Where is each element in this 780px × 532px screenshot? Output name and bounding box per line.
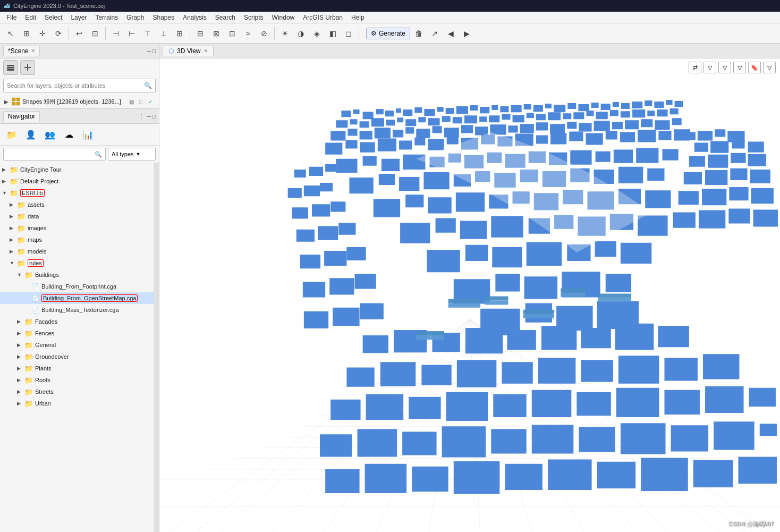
navigator-scrollbar[interactable] — [154, 163, 159, 532]
svg-rect-279 — [446, 392, 488, 421]
menu-file[interactable]: File — [2, 13, 21, 22]
menu-shapes[interactable]: Shapes — [148, 13, 179, 22]
svg-rect-324 — [598, 293, 631, 298]
nav-tree-item[interactable]: ▶📁Groundcover — [0, 351, 154, 362]
nav-maximize-btn[interactable]: □ — [152, 113, 156, 120]
menu-select[interactable]: Select — [40, 13, 66, 22]
nav-tree-item[interactable]: ▶📁Facades — [0, 316, 154, 327]
nav-user-btn[interactable]: 👤 — [22, 126, 39, 143]
nav-tree-item[interactable]: ▶📁maps — [0, 234, 154, 246]
viewport-btn[interactable]: ⊡ — [88, 26, 103, 41]
nav-tree-item[interactable]: 📄Building_From_OpenStreetMap.cga — [0, 292, 154, 304]
nav-tree-item[interactable]: 📄Building_From_Footprint.cga — [0, 281, 154, 292]
align4-btn[interactable]: ⊥ — [156, 26, 171, 41]
texture-btn[interactable]: ◧ — [325, 26, 340, 41]
align2-btn[interactable]: ⊢ — [124, 26, 139, 41]
play-btn[interactable]: ◀ — [443, 26, 458, 41]
menu-graph[interactable]: Graph — [122, 13, 148, 22]
3d-view-close-btn[interactable]: ✕ — [204, 48, 208, 54]
nav-tree-item[interactable]: ▶📁Fences — [0, 327, 154, 339]
scene-layers-btn[interactable] — [3, 60, 18, 75]
nav-tree-item[interactable]: ▶📁Streets — [0, 386, 154, 398]
svg-rect-174 — [618, 167, 643, 183]
nav-minimize-btn[interactable]: ─ — [147, 113, 151, 120]
nav-tree-item[interactable]: ▼📁ESRI.lib — [0, 187, 154, 199]
menu-search[interactable]: Search — [211, 13, 240, 22]
scene-minimize-btn[interactable]: ─ — [147, 48, 151, 54]
3d-canvas[interactable]: CSDN @海码007 — [159, 58, 780, 532]
nav-charts-btn[interactable]: 📊 — [80, 126, 97, 143]
nav-tree-item[interactable]: ▶📁Plants — [0, 362, 154, 374]
scene-layer-item[interactable]: ▶ Shapes 郑州 [123619 objects, 1236...] ▦ … — [3, 96, 156, 107]
nav-tree-item[interactable]: ▶📁Urban — [0, 398, 154, 409]
menu-layer[interactable]: Layer — [66, 13, 91, 22]
layer-check-btn[interactable]: ✓ — [146, 97, 155, 106]
scene-maximize-btn[interactable]: □ — [152, 48, 156, 54]
nav-tree-item[interactable]: ▼📁Buildings — [0, 269, 154, 281]
material-btn[interactable]: ◈ — [309, 26, 324, 41]
nav-folder-btn[interactable]: 📁 — [3, 126, 20, 143]
layer-pattern-btn[interactable]: ▦ — [127, 97, 135, 106]
nav-tree-item[interactable]: ▶📁models — [0, 246, 154, 257]
export-btn[interactable]: ⊘ — [257, 26, 272, 41]
record-btn[interactable]: ▶ — [459, 26, 474, 41]
nav-tree-item[interactable]: 📄Building_Mass_Texturizer.cga — [0, 304, 154, 316]
align5-btn[interactable]: ⊞ — [172, 26, 187, 41]
nav-cloud-btn[interactable]: ☁ — [61, 126, 78, 143]
align3-btn[interactable]: ⊤ — [140, 26, 155, 41]
clean-btn[interactable]: 🗑 — [411, 26, 426, 41]
nav-tree-item[interactable]: ▶📁data — [0, 210, 154, 222]
nav-tree-item[interactable]: ▶📁CityEngine Tour — [0, 164, 154, 175]
view-bookmark-btn[interactable]: 🔖 — [748, 62, 761, 73]
navigator-search-bar[interactable]: 🔍 — [3, 148, 106, 161]
nav-tree-item[interactable]: ▶📁images — [0, 222, 154, 234]
menu-edit[interactable]: Edit — [21, 13, 40, 22]
svg-rect-129 — [378, 138, 396, 151]
terrain-btn[interactable]: ≈ — [241, 26, 256, 41]
3d-view-tab[interactable]: ⬡ 3D View ✕ — [163, 46, 214, 56]
svg-rect-292 — [532, 425, 574, 453]
view-display-btn[interactable]: ▽ — [718, 62, 731, 73]
undo-btn[interactable]: ↩ — [72, 26, 87, 41]
menu-window[interactable]: Window — [268, 13, 299, 22]
nav-tree-item[interactable]: ▼📁rules — [0, 257, 154, 269]
nav-tree-item[interactable]: ▶📁Roofs — [0, 374, 154, 386]
nav-tree-item[interactable]: ▶📁assets — [0, 199, 154, 210]
move-tool-btn[interactable]: ✛ — [35, 26, 50, 41]
layer-visibility-btn[interactable]: □ — [137, 97, 145, 106]
svg-rect-190 — [491, 216, 523, 237]
view-more-btn[interactable]: ▽ — [763, 62, 776, 73]
menu-help[interactable]: Help — [347, 13, 369, 22]
navigator-search-input[interactable] — [7, 151, 95, 157]
menu-arcgis-urban[interactable]: ArcGIS Urban — [299, 13, 347, 22]
menu-analysis[interactable]: Analysis — [179, 13, 211, 22]
navigator-types-dropdown[interactable]: All types ▼ — [108, 148, 156, 161]
nav-tree-item[interactable]: ▶📁General — [0, 339, 154, 351]
navigator-tab[interactable]: Navigator — [3, 111, 40, 122]
view-render-btn[interactable]: ▽ — [733, 62, 746, 73]
render-btn[interactable]: ◻ — [341, 26, 356, 41]
shadow-btn[interactable]: ◑ — [293, 26, 308, 41]
nav-group-btn[interactable]: 👥 — [41, 126, 58, 143]
view-sync-btn[interactable]: ⇄ — [689, 62, 701, 73]
snap-btn[interactable]: ⊠ — [209, 26, 224, 41]
scene-add-btn[interactable] — [20, 60, 35, 75]
generate-btn[interactable]: ⚙ Generate — [366, 28, 410, 39]
menu-terrains[interactable]: Terrains — [91, 13, 122, 22]
light-btn[interactable]: ☀ — [277, 26, 292, 41]
nav-tree-item[interactable]: ▶📁Default Project — [0, 175, 154, 187]
inspect-btn[interactable]: ↗ — [427, 26, 442, 41]
grid-btn[interactable]: ⊟ — [193, 26, 208, 41]
rotate-tool-btn[interactable]: ⟳ — [51, 26, 66, 41]
view-camera-btn[interactable]: ▽ — [703, 62, 716, 73]
select-tool-btn[interactable]: ↖ — [3, 26, 18, 41]
frame-tool-btn[interactable]: ⊞ — [19, 26, 34, 41]
scene-search-bar[interactable]: 🔍 — [3, 79, 156, 92]
scene-search-input[interactable] — [7, 82, 144, 89]
nav-menu-btn[interactable]: ⋮ — [137, 113, 146, 119]
align-btn[interactable]: ⊣ — [108, 26, 123, 41]
measure-btn[interactable]: ⊡ — [225, 26, 240, 41]
menu-scripts[interactable]: Scripts — [240, 13, 268, 22]
scene-tab[interactable]: *Scene ✕ — [3, 46, 40, 56]
scene-tab-close[interactable]: ✕ — [31, 48, 35, 54]
